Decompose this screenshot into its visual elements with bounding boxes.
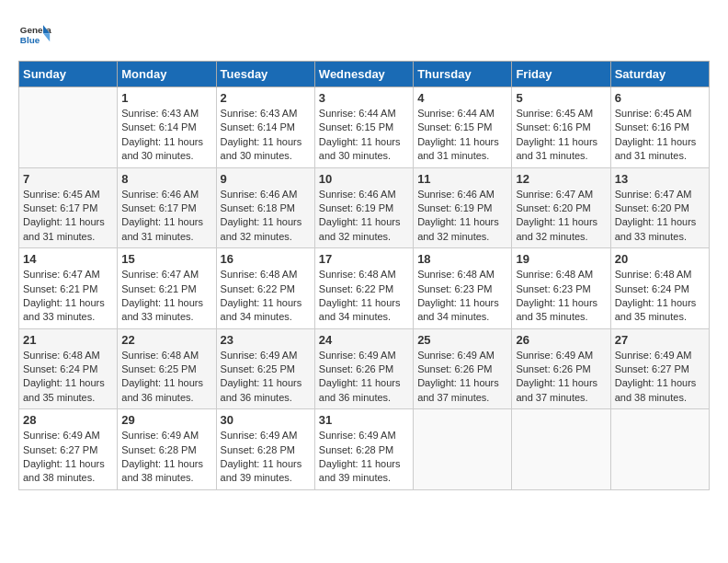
day-info: Sunrise: 6:48 AMSunset: 6:23 PMDaylight:… (417, 268, 507, 325)
calendar-cell: 27Sunrise: 6:49 AMSunset: 6:27 PMDayligh… (610, 328, 709, 409)
day-info: Sunrise: 6:49 AMSunset: 6:28 PMDaylight:… (221, 429, 311, 486)
calendar-cell (610, 409, 709, 490)
header-day-sunday: Sunday (19, 62, 118, 87)
calendar-cell: 30Sunrise: 6:49 AMSunset: 6:28 PMDayligh… (216, 409, 314, 490)
day-number: 11 (417, 172, 507, 186)
day-number: 16 (221, 252, 311, 266)
day-number: 6 (615, 91, 705, 105)
calendar-cell: 7Sunrise: 6:45 AMSunset: 6:17 PMDaylight… (19, 167, 118, 248)
calendar-cell (414, 409, 512, 490)
day-number: 14 (23, 252, 113, 266)
header-day-friday: Friday (512, 62, 610, 87)
calendar-cell: 28Sunrise: 6:49 AMSunset: 6:27 PMDayligh… (19, 409, 118, 490)
calendar-week-row: 7Sunrise: 6:45 AMSunset: 6:17 PMDaylight… (19, 167, 710, 248)
day-number: 29 (121, 413, 211, 427)
calendar-cell: 24Sunrise: 6:49 AMSunset: 6:26 PMDayligh… (314, 328, 413, 409)
day-number: 2 (221, 91, 311, 105)
header-day-monday: Monday (118, 62, 216, 87)
day-info: Sunrise: 6:49 AMSunset: 6:25 PMDaylight:… (221, 349, 311, 406)
calendar-cell: 16Sunrise: 6:48 AMSunset: 6:22 PMDayligh… (216, 248, 314, 329)
day-number: 20 (615, 252, 705, 266)
day-info: Sunrise: 6:46 AMSunset: 6:19 PMDaylight:… (319, 188, 409, 245)
day-info: Sunrise: 6:48 AMSunset: 6:24 PMDaylight:… (615, 268, 705, 325)
day-number: 24 (319, 333, 409, 347)
day-info: Sunrise: 6:49 AMSunset: 6:27 PMDaylight:… (23, 429, 113, 486)
day-info: Sunrise: 6:44 AMSunset: 6:15 PMDaylight:… (319, 107, 409, 164)
day-info: Sunrise: 6:46 AMSunset: 6:18 PMDaylight:… (221, 188, 311, 245)
day-info: Sunrise: 6:49 AMSunset: 6:28 PMDaylight:… (121, 429, 211, 486)
calendar-cell: 19Sunrise: 6:48 AMSunset: 6:23 PMDayligh… (512, 248, 610, 329)
calendar-cell: 3Sunrise: 6:44 AMSunset: 6:15 PMDaylight… (314, 87, 413, 168)
day-info: Sunrise: 6:44 AMSunset: 6:15 PMDaylight:… (417, 107, 507, 164)
logo: General Blue (18, 18, 51, 52)
calendar-cell: 14Sunrise: 6:47 AMSunset: 6:21 PMDayligh… (19, 248, 118, 329)
calendar-cell: 23Sunrise: 6:49 AMSunset: 6:25 PMDayligh… (216, 328, 314, 409)
day-info: Sunrise: 6:45 AMSunset: 6:17 PMDaylight:… (23, 188, 113, 245)
day-number: 3 (319, 91, 409, 105)
day-number: 7 (23, 172, 113, 186)
calendar-cell: 20Sunrise: 6:48 AMSunset: 6:24 PMDayligh… (610, 248, 709, 329)
day-info: Sunrise: 6:49 AMSunset: 6:28 PMDaylight:… (319, 429, 409, 486)
header-day-thursday: Thursday (414, 62, 512, 87)
header-day-tuesday: Tuesday (216, 62, 314, 87)
header-day-wednesday: Wednesday (314, 62, 413, 87)
day-number: 12 (516, 172, 606, 186)
calendar-cell: 17Sunrise: 6:48 AMSunset: 6:22 PMDayligh… (314, 248, 413, 329)
calendar-cell (19, 87, 118, 168)
day-info: Sunrise: 6:47 AMSunset: 6:20 PMDaylight:… (516, 188, 606, 245)
day-number: 10 (319, 172, 409, 186)
calendar-cell: 29Sunrise: 6:49 AMSunset: 6:28 PMDayligh… (118, 409, 216, 490)
svg-text:Blue: Blue (20, 35, 40, 45)
svg-marker-3 (43, 33, 50, 41)
day-number: 15 (121, 252, 211, 266)
day-number: 23 (221, 333, 311, 347)
day-info: Sunrise: 6:47 AMSunset: 6:21 PMDaylight:… (23, 268, 113, 325)
logo-icon: General Blue (18, 18, 51, 52)
day-number: 17 (319, 252, 409, 266)
day-info: Sunrise: 6:47 AMSunset: 6:21 PMDaylight:… (121, 268, 211, 325)
day-info: Sunrise: 6:45 AMSunset: 6:16 PMDaylight:… (615, 107, 705, 164)
day-number: 21 (23, 333, 113, 347)
day-number: 26 (516, 333, 606, 347)
day-number: 18 (417, 252, 507, 266)
day-number: 8 (121, 172, 211, 186)
day-info: Sunrise: 6:49 AMSunset: 6:26 PMDaylight:… (319, 349, 409, 406)
calendar-cell: 25Sunrise: 6:49 AMSunset: 6:26 PMDayligh… (414, 328, 512, 409)
day-info: Sunrise: 6:48 AMSunset: 6:22 PMDaylight:… (221, 268, 311, 325)
day-info: Sunrise: 6:49 AMSunset: 6:26 PMDaylight:… (516, 349, 606, 406)
calendar-cell: 10Sunrise: 6:46 AMSunset: 6:19 PMDayligh… (314, 167, 413, 248)
calendar-cell: 21Sunrise: 6:48 AMSunset: 6:24 PMDayligh… (19, 328, 118, 409)
calendar-cell: 8Sunrise: 6:46 AMSunset: 6:17 PMDaylight… (118, 167, 216, 248)
calendar-cell: 26Sunrise: 6:49 AMSunset: 6:26 PMDayligh… (512, 328, 610, 409)
calendar-cell: 1Sunrise: 6:43 AMSunset: 6:14 PMDaylight… (118, 87, 216, 168)
day-number: 19 (516, 252, 606, 266)
calendar-cell: 18Sunrise: 6:48 AMSunset: 6:23 PMDayligh… (414, 248, 512, 329)
day-number: 28 (23, 413, 113, 427)
day-info: Sunrise: 6:43 AMSunset: 6:14 PMDaylight:… (221, 107, 311, 164)
day-info: Sunrise: 6:49 AMSunset: 6:26 PMDaylight:… (417, 349, 507, 406)
calendar-cell: 4Sunrise: 6:44 AMSunset: 6:15 PMDaylight… (414, 87, 512, 168)
day-info: Sunrise: 6:48 AMSunset: 6:25 PMDaylight:… (121, 349, 211, 406)
day-number: 25 (417, 333, 507, 347)
day-info: Sunrise: 6:47 AMSunset: 6:20 PMDaylight:… (615, 188, 705, 245)
calendar-table: SundayMondayTuesdayWednesdayThursdayFrid… (18, 61, 710, 490)
day-number: 22 (121, 333, 211, 347)
calendar-cell: 22Sunrise: 6:48 AMSunset: 6:25 PMDayligh… (118, 328, 216, 409)
calendar-cell: 31Sunrise: 6:49 AMSunset: 6:28 PMDayligh… (314, 409, 413, 490)
calendar-week-row: 14Sunrise: 6:47 AMSunset: 6:21 PMDayligh… (19, 248, 710, 329)
calendar-cell: 15Sunrise: 6:47 AMSunset: 6:21 PMDayligh… (118, 248, 216, 329)
calendar-cell: 2Sunrise: 6:43 AMSunset: 6:14 PMDaylight… (216, 87, 314, 168)
day-info: Sunrise: 6:48 AMSunset: 6:23 PMDaylight:… (516, 268, 606, 325)
calendar-cell: 12Sunrise: 6:47 AMSunset: 6:20 PMDayligh… (512, 167, 610, 248)
day-number: 1 (121, 91, 211, 105)
calendar-cell (512, 409, 610, 490)
calendar-week-row: 21Sunrise: 6:48 AMSunset: 6:24 PMDayligh… (19, 328, 710, 409)
page-header: General Blue (18, 18, 710, 52)
day-number: 4 (417, 91, 507, 105)
day-info: Sunrise: 6:48 AMSunset: 6:22 PMDaylight:… (319, 268, 409, 325)
calendar-week-row: 28Sunrise: 6:49 AMSunset: 6:27 PMDayligh… (19, 409, 710, 490)
day-number: 13 (615, 172, 705, 186)
calendar-header-row: SundayMondayTuesdayWednesdayThursdayFrid… (19, 62, 710, 87)
day-number: 31 (319, 413, 409, 427)
calendar-cell: 6Sunrise: 6:45 AMSunset: 6:16 PMDaylight… (610, 87, 709, 168)
